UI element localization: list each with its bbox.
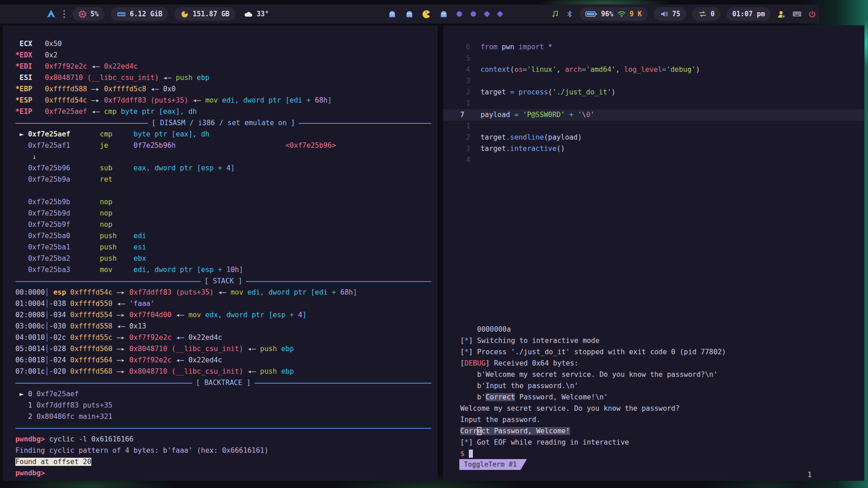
code-line: 2target.sendline(payload)	[443, 132, 864, 143]
bluetooth-icon[interactable]	[566, 10, 574, 18]
terminal-line: 1 0xf7ddff83 puts+35	[15, 400, 431, 411]
temperature-label: 33°	[257, 10, 269, 18]
terminal-line: 0000000a	[460, 324, 864, 335]
cpu-module[interactable]: 5%	[72, 7, 104, 21]
terminal-line: ESI 0x8048710 (__libc_csu_init) ◂— push …	[15, 72, 431, 84]
pwndbg-terminal-window[interactable]: ECX 0x50*EDX 0x2*EDI 0xf7f92e2c ◂— 0x22e…	[3, 25, 438, 481]
terminal-line: b'Welcome my secret service. Do you know…	[460, 369, 864, 380]
terminal-line: 0xf7e25ba1 push esi	[15, 242, 431, 253]
cloud-icon	[244, 9, 253, 19]
volume-level-label: 75	[672, 10, 680, 18]
arch-logo-icon[interactable]	[46, 9, 56, 19]
toggleterm-output[interactable]: 0000000a[*] Switching to interactive mod…	[460, 324, 864, 460]
section-header: [ DISASM / i386 / set emulate on ]	[15, 117, 431, 129]
code-line: 3target.interactive()	[443, 143, 864, 155]
terminal-line: 0xf7e25b96 sub eax, dword ptr [esp + 4]	[15, 163, 431, 174]
terminal-line: 03:000c│-030 0xffffd558 ◂— 0x13	[15, 321, 431, 332]
terminal-line: 0xf7e25b9f nop	[15, 219, 431, 230]
code-line: 4	[443, 155, 864, 166]
window-number-indicator: 1	[807, 470, 812, 479]
line-number: 4	[443, 155, 470, 166]
terminal-line: 0xf7e25ba3 mov edi, dword ptr [esp + 10h…	[15, 264, 431, 276]
terminal-line: 2 0x80486fc main+321	[15, 411, 431, 422]
pwndbg-output: ECX 0x50*EDX 0x2*EDI 0xf7f92e2c ◂— 0x22e…	[15, 38, 431, 479]
line-number: 6	[443, 42, 470, 53]
line-number: 3	[443, 75, 470, 87]
status-bar: 5% 6.12 GiB 151.87 GB 33°	[0, 5, 819, 23]
power-icon[interactable]	[808, 10, 816, 19]
neovim-editor-window[interactable]: 6from pwn import *54context(os='linux', …	[443, 25, 864, 481]
terminal-line: 0xf7e25ba2 push ebx	[15, 253, 431, 264]
line-number: 7	[443, 109, 470, 121]
terminal-line: [*] Got EOF while reading in interactive	[460, 437, 864, 448]
disk-module[interactable]: 151.87 GB	[175, 7, 235, 21]
line-number: 2	[443, 87, 470, 98]
keyboard-icon[interactable]	[792, 9, 802, 19]
user-status-icon[interactable]	[777, 9, 786, 19]
statusbar-left-modules: 5% 6.12 GiB 151.87 GB 33°	[46, 7, 275, 21]
terminal-line: 0xf7e25af1 je 0f7e25b96h <0xf7e25b96>	[15, 140, 431, 151]
repeat-arrows-icon	[698, 9, 707, 19]
terminal-line: 01:0004│-038 0xffffd550 ◂— 'faaa'	[15, 298, 431, 310]
terminal-line: 0xf7e25b9d nop	[15, 208, 431, 219]
toggleterm-tab[interactable]: ToggleTerm #1	[459, 459, 527, 470]
battery-network-module[interactable]: 96% 9 K	[580, 7, 647, 21]
terminal-line: ↓	[15, 151, 431, 163]
workspace-dot-icon[interactable]	[471, 11, 476, 17]
volume-module[interactable]: 75	[654, 7, 686, 21]
workspace-ghost-icon[interactable]	[439, 10, 448, 19]
terminal-line: 0xf7e25b9a ret	[15, 174, 431, 185]
code-line: 1	[443, 121, 864, 132]
terminal-line: b'Correct Password, Welcome!\n'	[460, 392, 864, 403]
battery-icon	[585, 10, 597, 18]
code-line: 6from pwn import *	[443, 42, 864, 53]
ram-icon	[117, 9, 126, 19]
line-number: 1	[443, 98, 470, 109]
code-line: 4context(os='linux', arch='amd64', log_l…	[443, 64, 864, 75]
terminal-line: $	[460, 448, 864, 460]
terminal-line: [*] Process './just_do_it' stopped with …	[460, 347, 864, 358]
speaker-icon	[660, 9, 669, 19]
workspace-diamond-icon[interactable]	[484, 11, 490, 17]
line-number: 2	[443, 132, 470, 143]
terminal-line: 05:0014│-028 0xffffd560 —▸ 0x8048710 (__…	[15, 343, 431, 355]
workspace-ghost-icon[interactable]	[405, 10, 414, 19]
disk-usage-label: 151.87 GB	[193, 10, 229, 18]
code-line: 3	[443, 75, 864, 87]
workspace-ghost-icon[interactable]	[388, 10, 396, 19]
weather-module[interactable]: 33°	[242, 7, 275, 21]
terminal-line: 06:0018│-024 0xffffd564 —▸ 0xf7f92e2c ◂—…	[15, 355, 431, 366]
menu-dots-icon[interactable]	[62, 10, 66, 18]
terminal-line: Finding cyclic pattern of 4 bytes: b'faa…	[15, 445, 431, 456]
terminal-line: b'Input the password.\n'	[460, 380, 864, 392]
updates-count-label: 0	[711, 10, 715, 18]
workspace-dot-icon[interactable]	[457, 11, 462, 17]
terminal-line: *EDX 0x2	[15, 50, 431, 61]
memory-module[interactable]: 6.12 GiB	[111, 7, 168, 21]
terminal-line: *ESP 0xffffd54c —▸ 0xf7ddff83 (puts+35) …	[15, 95, 431, 106]
updates-module[interactable]: 0	[692, 7, 721, 21]
terminal-line: 04:0010│-02c 0xffffd55c —▸ 0xf7f92e2c ◂—…	[15, 332, 431, 343]
terminal-line: ► 0xf7e25aef cmp byte ptr [eax], dh	[15, 129, 431, 140]
code-line-current: 7payload = 'P@SSW0RD' + '\0'	[443, 109, 864, 121]
terminal-line: pwndbg>	[15, 468, 431, 479]
code-line: 1	[443, 98, 864, 109]
workspace-indicators	[388, 5, 502, 23]
terminal-line	[15, 185, 431, 197]
line-number: 5	[443, 53, 470, 64]
python-exploit-buffer[interactable]: 6from pwn import *54context(os='linux', …	[443, 42, 864, 166]
clock-module[interactable]: 01:07 pm	[726, 7, 771, 21]
terminal-line: 02:0008│-034 0xffffd554 —▸ 0xf7f04d00 ◂—…	[15, 310, 431, 321]
section-header	[15, 422, 431, 434]
terminal-line: 0xf7e25ba0 push edi	[15, 230, 431, 242]
cpu-chip-icon	[78, 10, 87, 19]
terminal-line: 0xf7e25b9b nop	[15, 197, 431, 208]
terminal-line: 00:0000│ esp 0xffffd54c —▸ 0xf7ddff83 (p…	[15, 287, 431, 298]
workspace-pacman-icon[interactable]	[422, 10, 431, 19]
clock-label: 01:07 pm	[732, 10, 765, 18]
statusbar-right-modules: 96% 9 K 75 0 01:07 pm	[551, 5, 816, 23]
terminal-line: ECX 0x50	[15, 38, 431, 50]
music-note-icon[interactable]	[551, 9, 560, 19]
workspace-diamond-icon[interactable]	[497, 11, 503, 17]
desktop: { "colors": { "bar_bg": "#1e1c29", "pill…	[0, 0, 868, 488]
